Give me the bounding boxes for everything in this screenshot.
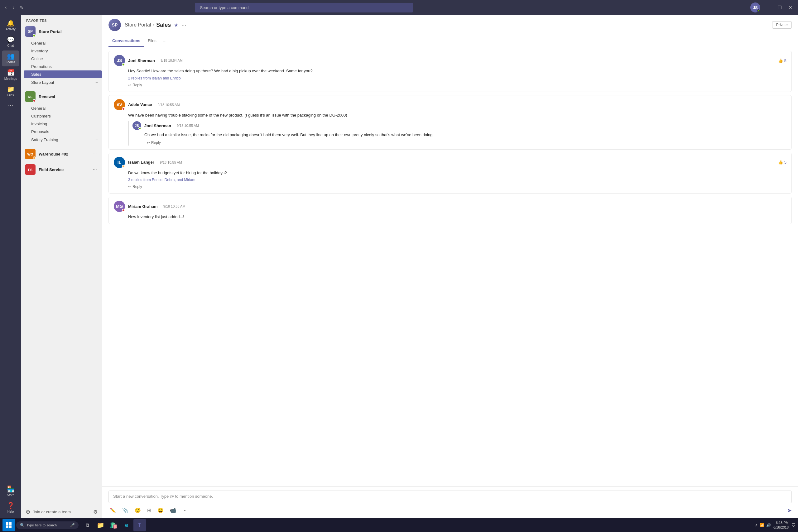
messages-area: JS Joni Sherman 9/18 10:54 AM 👍 5 Hey Se… — [102, 47, 798, 487]
reply-arrow-icon: ↩ — [128, 83, 131, 87]
taskbar-clock[interactable]: 6:18 PM 6/18/2018 — [773, 520, 788, 530]
reply-button[interactable]: ↩ Reply — [128, 184, 786, 189]
teams-label: Teams — [6, 60, 15, 64]
svg-text:FS: FS — [28, 168, 33, 172]
mic-icon[interactable]: 🎤 — [70, 523, 75, 527]
reply-time: 9/18 10:55 AM — [177, 124, 199, 128]
nested-reply-button[interactable]: ↩ Reply — [147, 140, 786, 146]
more-apps-button[interactable]: ··· — [2, 100, 19, 110]
compose-input[interactable]: Start a new conversation. Type @ to ment… — [109, 491, 792, 503]
safety-training-more-icon[interactable]: ··· — [94, 137, 98, 142]
breadcrumb-team: Store Portal — [125, 22, 151, 28]
channel-proposals[interactable]: Proposals — [24, 128, 102, 136]
like-count: 5 — [784, 160, 786, 165]
sidebar-item-teams[interactable]: 👥 Teams — [2, 51, 19, 66]
app-body: 🔔 Activity 💬 Chat 👥 Teams 📅 Meetings 📁 F… — [0, 15, 798, 518]
store-app[interactable]: 🛍️ — [107, 519, 120, 531]
channel-promotions-label: Promotions — [31, 64, 52, 69]
team-warehouse[interactable]: WO Warehouse #02 ··· — [21, 146, 102, 162]
sidebar-item-meetings[interactable]: 📅 Meetings — [2, 67, 19, 83]
channel-invoicing[interactable]: Invoicing — [24, 120, 102, 128]
message-body: New inventory list just added...! — [128, 214, 786, 220]
message-likes[interactable]: 👍 5 — [778, 58, 786, 63]
volume-icon[interactable]: 🔊 — [766, 523, 771, 527]
channel-sales[interactable]: Sales — [24, 71, 102, 78]
message-body: Hey Seattle! How are the sales doing up … — [128, 68, 786, 74]
team-store-portal-name: Store Portal — [39, 29, 98, 34]
channel-promotions[interactable]: Promotions — [24, 63, 102, 71]
sticker-tool[interactable]: 😄 — [156, 506, 165, 515]
search-input[interactable] — [195, 3, 413, 13]
status-dot — [122, 107, 125, 110]
compose-icon[interactable]: ✎ — [20, 5, 23, 10]
channel-renewal-general[interactable]: General — [24, 104, 102, 112]
avatar: JS — [114, 55, 125, 66]
join-create-team[interactable]: ⊕ Join or create a team ⚙ — [21, 505, 102, 518]
settings-icon[interactable]: ⚙ — [93, 509, 98, 515]
message-time: 9/18 10:54 AM — [160, 59, 183, 62]
sidebar-item-store[interactable]: 🏪 Store — [2, 483, 19, 499]
tab-add-button[interactable]: + — [160, 36, 168, 46]
replies-link[interactable]: 2 replies from Isaiah and Enrico — [128, 76, 786, 80]
send-button[interactable]: ➤ — [787, 507, 792, 514]
taskbar-right: ∧ 📶 🔊 6:18 PM 6/18/2018 🗨 — [755, 520, 796, 530]
channel-store-layout[interactable]: Store Layout ··· — [24, 78, 102, 86]
channel-customers[interactable]: Customers — [24, 112, 102, 120]
status-dot — [122, 165, 125, 168]
notification-icon[interactable]: 🗨 — [791, 522, 796, 528]
team-renewal-name: Renewal — [39, 94, 98, 99]
field-service-more-icon[interactable]: ··· — [92, 166, 98, 173]
start-button[interactable] — [2, 519, 15, 531]
store-layout-more-icon[interactable]: ··· — [94, 80, 98, 85]
sidebar-item-help[interactable]: ❓ Help — [2, 500, 19, 516]
chevron-up-icon[interactable]: ∧ — [755, 523, 758, 527]
tab-files[interactable]: Files — [144, 35, 160, 47]
sidebar-item-chat[interactable]: 💬 Chat — [2, 34, 19, 50]
maximize-button[interactable]: ❐ — [775, 4, 784, 11]
explorer-app[interactable]: 📁 — [94, 519, 107, 531]
forward-button[interactable]: › — [11, 3, 16, 12]
teams-app[interactable]: T — [133, 519, 146, 531]
channel-more-icon[interactable]: ··· — [182, 22, 186, 28]
svg-rect-7 — [9, 522, 12, 525]
customers-label: Customers — [31, 114, 51, 118]
team-renewal[interactable]: RE Renewal — [21, 89, 102, 104]
reply-button[interactable]: ↩ Reply — [128, 82, 786, 88]
more-tools[interactable]: ··· — [181, 507, 188, 515]
close-button[interactable]: ✕ — [786, 4, 795, 11]
channel-safety-training[interactable]: Safety Training ··· — [24, 136, 102, 144]
taskview-app[interactable]: ⧉ — [81, 519, 94, 531]
sidebar-item-files[interactable]: 📁 Files — [2, 83, 19, 99]
meetings-icon: 📅 — [7, 70, 15, 76]
replies-link[interactable]: 3 replies from Enrico, Debra, and Miriam — [128, 178, 786, 182]
back-button[interactable]: ‹ — [3, 3, 8, 12]
emoji-tool[interactable]: 🙂 — [133, 506, 142, 515]
tab-conversations[interactable]: Conversations — [109, 35, 144, 47]
star-icon[interactable]: ★ — [174, 22, 178, 28]
message-header: AV Adele Vance 9/18 10:55 AM — [114, 99, 786, 110]
format-tool[interactable]: ✏️ — [109, 506, 117, 515]
team-store-portal[interactable]: SP Store Portal — [21, 24, 102, 39]
invoicing-label: Invoicing — [31, 121, 47, 126]
channel-online[interactable]: Online — [24, 55, 102, 63]
minimize-button[interactable]: — — [764, 4, 773, 11]
reply-status-dot — [138, 127, 141, 130]
warehouse-more-icon[interactable]: ··· — [92, 151, 98, 157]
network-icon[interactable]: 📶 — [760, 523, 764, 527]
breadcrumb-channel: Sales — [156, 22, 171, 28]
user-avatar[interactable]: JS — [750, 2, 760, 13]
video-tool[interactable]: 📹 — [169, 506, 177, 515]
attach-tool[interactable]: 📎 — [121, 506, 130, 515]
channel-inventory[interactable]: Inventory — [24, 47, 102, 55]
message-time: 9/18 10:55 AM — [163, 205, 186, 208]
join-icon: ⊕ — [25, 508, 30, 515]
taskbar-search[interactable]: 🔍 Type here to search 🎤 — [16, 521, 79, 529]
message-author: Isaiah Langer — [128, 160, 154, 165]
sidebar-item-activity[interactable]: 🔔 Activity — [2, 17, 19, 33]
search-icon: 🔍 — [20, 523, 25, 527]
channel-general[interactable]: General — [24, 39, 102, 47]
message-likes[interactable]: 👍 5 — [778, 160, 786, 165]
giphy-tool[interactable]: ⊞ — [146, 506, 152, 515]
edge-app[interactable]: e — [120, 519, 133, 531]
team-field-service[interactable]: FS Field Service ··· — [21, 162, 102, 177]
